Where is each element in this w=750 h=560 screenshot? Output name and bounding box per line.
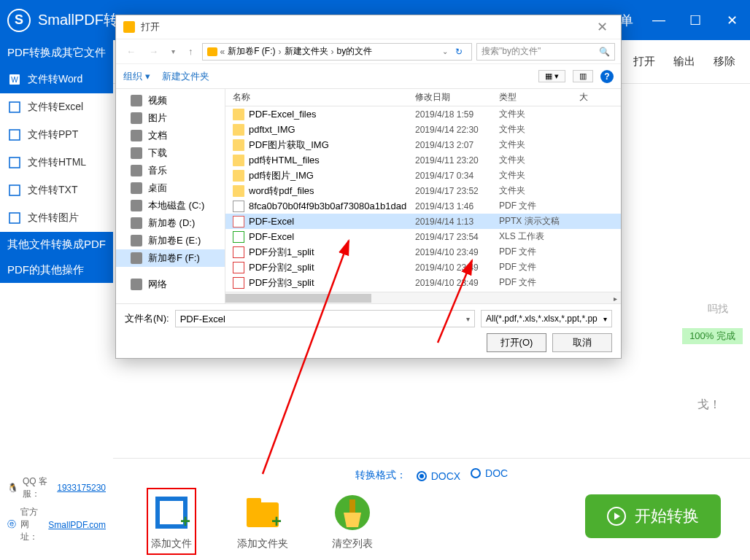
help-icon[interactable]: ? <box>600 70 614 83</box>
new-folder-button[interactable]: 新建文件夹 <box>162 70 209 83</box>
forward-button[interactable]: → <box>144 46 163 57</box>
crumb-2[interactable]: 新建文件夹 <box>285 45 328 58</box>
dialog-close-button[interactable]: ✕ <box>591 19 614 35</box>
word-icon: W <box>9 74 20 85</box>
file-row[interactable]: PDF-Excel2019/4/17 23:54XLS 工作表 <box>225 229 621 244</box>
start-label: 开始转换 <box>635 505 699 527</box>
sidebar-item-html[interactable]: 文件转HTML <box>0 149 113 176</box>
minimize-button[interactable]: — <box>648 12 670 28</box>
sidebar-item-label: 文件转图片 <box>28 211 79 225</box>
sidebar-item-image[interactable]: 文件转图片 <box>0 204 113 232</box>
file-name: PDF分割1_split <box>249 246 314 259</box>
crumb-1[interactable]: 新加卷F (F:) <box>228 45 275 58</box>
dialog-body: 视频图片文档下载音乐桌面本地磁盘 (C:)新加卷 (D:)新加卷E (E:)新加… <box>116 89 621 303</box>
file-date: 2019/4/13 1:46 <box>415 201 499 211</box>
open-button[interactable]: 打开 <box>633 55 655 69</box>
sidebar: PDF转换成其它文件 W 文件转Word 文件转Excel 文件转PPT 文件转… <box>0 40 113 560</box>
tree-item[interactable]: 文档 <box>116 127 225 144</box>
tree-item[interactable]: 新加卷 (D:) <box>116 214 225 232</box>
tree-item[interactable]: 本地磁盘 (C:) <box>116 197 225 214</box>
organize-button[interactable]: 组织 ▾ <box>123 70 150 83</box>
play-icon <box>607 507 626 526</box>
file-row[interactable]: pdftxt_IMG2019/4/14 22:30文件夹 <box>225 122 621 137</box>
search-input[interactable]: 搜索"by的文件" 🔍 <box>476 43 615 61</box>
output-button[interactable]: 输出 <box>673 55 695 69</box>
crumb-dropdown-icon[interactable]: ⌄ <box>442 47 448 55</box>
file-row[interactable]: pdf转图片_IMG2019/4/17 0:34文件夹 <box>225 168 621 183</box>
start-convert-button[interactable]: 开始转换 <box>585 494 721 538</box>
up-button[interactable]: ↑ <box>184 46 198 57</box>
sidebar-section-pdf-ops[interactable]: PDF的其他操作 <box>0 257 113 283</box>
pdf-icon <box>233 277 244 289</box>
clear-list-button[interactable]: 清空列表 <box>332 492 373 551</box>
tree-item[interactable]: 视频 <box>116 92 225 109</box>
sidebar-item-label: 文件转PPT <box>28 128 78 141</box>
file-date: 2019/4/11 23:20 <box>415 155 499 166</box>
svg-rect-14 <box>349 499 355 513</box>
sidebar-item-word[interactable]: W 文件转Word <box>0 66 113 93</box>
svg-text:+: + <box>271 511 282 531</box>
horizontal-scrollbar[interactable]: ◂ ▸ <box>225 292 621 303</box>
site-link[interactable]: SmallPDF.com <box>48 520 106 530</box>
file-row[interactable]: PDF-Excel_files2019/4/18 1:59文件夹 <box>225 106 621 122</box>
radio-doc[interactable]: DOC <box>471 467 508 479</box>
crumb-overflow: « <box>220 47 225 57</box>
maximize-button[interactable]: ☐ <box>684 12 706 28</box>
file-row[interactable]: PDF分割3_split2019/4/10 23:49PDF 文件 <box>225 275 621 290</box>
dialog-nav: ← → ▾ ↑ « 新加卷F (F:) › 新建文件夹 › by的文件 ⌄ ↻ … <box>116 39 621 64</box>
refresh-button[interactable]: ↻ <box>451 47 467 57</box>
filename-input[interactable]: PDF-Excel ▾ <box>175 310 475 327</box>
svg-text:W: W <box>11 76 18 84</box>
menu-label[interactable]: 单 <box>620 12 633 29</box>
preview-pane-button[interactable]: ▥ <box>573 70 593 82</box>
add-folder-button[interactable]: + 添加文件夹 <box>237 492 288 551</box>
dialog-cancel-button[interactable]: 取消 <box>552 333 612 352</box>
ppt-icon <box>9 129 20 141</box>
drive-icon <box>131 130 142 141</box>
file-row[interactable]: word转pdf_files2019/4/17 23:52文件夹 <box>225 183 621 198</box>
file-type: PDF 文件 <box>499 276 579 289</box>
breadcrumb[interactable]: « 新加卷F (F:) › 新建文件夹 › by的文件 ⌄ ↻ <box>202 43 473 61</box>
sidebar-section-pdf-to-other[interactable]: PDF转换成其它文件 <box>0 40 113 66</box>
crumb-3[interactable]: by的文件 <box>337 45 373 58</box>
radio-docx[interactable]: DOCX <box>417 470 460 482</box>
close-button[interactable]: ✕ <box>721 12 743 28</box>
tree-item[interactable]: 图片 <box>116 109 225 127</box>
file-row[interactable]: PDF图片获取_IMG2019/4/13 2:07文件夹 <box>225 137 621 152</box>
tree-item[interactable]: 新加卷F (F:) <box>116 249 225 267</box>
add-file-button[interactable]: + 添加文件 <box>147 488 196 555</box>
recent-dropdown[interactable]: ▾ <box>167 47 179 55</box>
dialog-open-button[interactable]: 打开(O) <box>487 333 546 352</box>
svg-rect-6 <box>9 213 20 223</box>
tree-item[interactable]: 音乐 <box>116 162 225 179</box>
sidebar-item-excel[interactable]: 文件转Excel <box>0 93 113 121</box>
col-date[interactable]: 修改日期 <box>415 91 499 104</box>
file-row[interactable]: pdf转HTML_files2019/4/11 23:20文件夹 <box>225 152 621 168</box>
tree-item[interactable]: 下载 <box>116 144 225 162</box>
col-type[interactable]: 类型 <box>499 91 579 104</box>
sidebar-section-other-to-pdf[interactable]: 其他文件转换成PDF <box>0 232 113 257</box>
file-row[interactable]: PDF分割2_split2019/4/10 23:49PDF 文件 <box>225 260 621 275</box>
folder-icon <box>233 170 244 182</box>
file-row[interactable]: 8fca0b70b0f4f9b3b0af73080a1b1dad2019/4/1… <box>225 198 621 214</box>
sidebar-item-ppt[interactable]: 文件转PPT <box>0 121 113 149</box>
qq-link[interactable]: 1933175230 <box>57 483 106 493</box>
remove-button[interactable]: 移除 <box>714 55 735 69</box>
col-name[interactable]: 名称 <box>225 91 415 104</box>
ppt-icon <box>233 216 244 228</box>
file-row[interactable]: PDF分割1_split2019/4/10 23:49PDF 文件 <box>225 244 621 260</box>
file-date: 2019/4/13 2:07 <box>415 140 499 150</box>
scroll-right-icon[interactable]: ▸ <box>609 292 621 303</box>
file-filter-dropdown[interactable]: All(*.pdf,*.xls,*.xlsx,*.ppt,*.pp ▾ <box>481 310 612 327</box>
tree-item[interactable]: 网络 <box>116 276 225 293</box>
view-mode-button[interactable]: ▦ ▾ <box>538 70 565 82</box>
tree-item[interactable]: 新加卷E (E:) <box>116 232 225 249</box>
sidebar-item-label: 文件转Excel <box>28 101 83 114</box>
back-button[interactable]: ← <box>122 46 140 57</box>
tree-item-label: 文档 <box>148 129 167 142</box>
file-row[interactable]: PDF-Excel2019/4/14 1:13PPTX 演示文稿 <box>225 214 621 229</box>
sidebar-item-txt[interactable]: 文件转TXT <box>0 176 113 204</box>
scroll-thumb[interactable] <box>225 294 371 303</box>
col-size[interactable]: 大 <box>579 91 621 104</box>
tree-item[interactable]: 桌面 <box>116 179 225 197</box>
